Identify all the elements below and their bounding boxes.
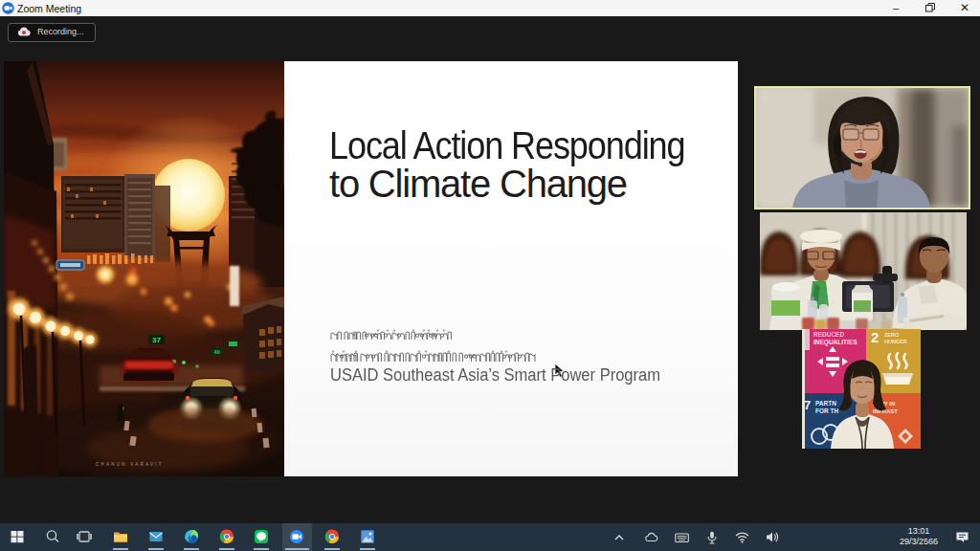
svg-text:CHANUN VARAVIT: CHANUN VARAVIT — [96, 462, 164, 467]
svg-text:37: 37 — [152, 336, 161, 344]
svg-text:FOR TH: FOR TH — [815, 408, 838, 414]
svg-text:PARTN: PARTN — [815, 400, 836, 407]
svg-text:HUNGER: HUNGER — [884, 339, 907, 344]
svg-text:40: 40 — [213, 349, 220, 355]
svg-text:2: 2 — [871, 329, 879, 345]
svg-text:REDUCED: REDUCED — [813, 331, 844, 338]
svg-text:INEQUALITIES: INEQUALITIES — [813, 339, 858, 346]
svg-text:7: 7 — [804, 398, 811, 412]
svg-text:ZERO: ZERO — [884, 332, 900, 338]
